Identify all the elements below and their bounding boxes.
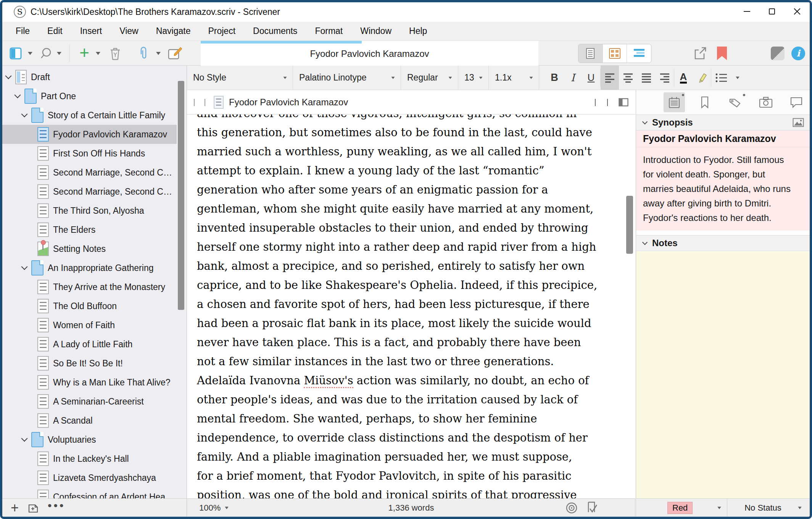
tab-comments[interactable] bbox=[786, 92, 807, 112]
menu-project[interactable]: Project bbox=[199, 22, 244, 40]
tab-bookmarks[interactable] bbox=[694, 92, 715, 112]
maximize-button[interactable] bbox=[759, 2, 785, 21]
split-editor-button[interactable] bbox=[619, 98, 628, 106]
chevron-down-icon[interactable] bbox=[5, 73, 12, 79]
document-progress-button[interactable] bbox=[586, 501, 599, 515]
binder-item-lizaveta[interactable]: Lizaveta Smerdyashchaya bbox=[2, 468, 177, 487]
menu-file[interactable]: File bbox=[7, 22, 39, 40]
tab-metadata[interactable] bbox=[725, 92, 746, 112]
editor-body[interactable]: and moreover one of those vigorous, inte… bbox=[187, 114, 635, 498]
binder-dropdown-caret[interactable] bbox=[26, 41, 34, 66]
forward-button[interactable] bbox=[205, 99, 205, 106]
menu-insert[interactable]: Insert bbox=[71, 22, 111, 40]
add-item-button[interactable]: + bbox=[76, 41, 93, 66]
notes-section-header[interactable]: Notes bbox=[636, 235, 810, 251]
previous-document-button[interactable] bbox=[595, 99, 596, 106]
binder-item-second-marriage-2[interactable]: Second Marriage, Second C… bbox=[2, 182, 177, 201]
inspector-toggle-button[interactable]: i bbox=[789, 41, 807, 66]
font-size-dropdown[interactable]: 13 bbox=[458, 66, 489, 90]
font-variant-dropdown[interactable]: Regular bbox=[401, 66, 458, 90]
list-button[interactable] bbox=[711, 66, 732, 90]
chevron-down-icon[interactable] bbox=[798, 507, 802, 509]
binder-item-why-man-alive[interactable]: Why is a Man Like That Alive? bbox=[2, 373, 177, 392]
synopsis-text[interactable]: Introduction to Fyodor. Still famous for… bbox=[636, 147, 810, 230]
binder-item-lackeys-hall[interactable]: In the Lackey's Hall bbox=[2, 449, 177, 468]
tab-notes[interactable] bbox=[664, 92, 685, 112]
binder-item-second-marriage-1[interactable]: Second Marriage, Second C… bbox=[2, 163, 177, 182]
synopsis-image-button[interactable] bbox=[793, 118, 804, 127]
add-document-button[interactable]: + bbox=[11, 502, 19, 514]
bold-button[interactable]: B bbox=[545, 66, 564, 90]
binder-item-elders[interactable]: The Elders bbox=[2, 220, 177, 239]
menu-edit[interactable]: Edit bbox=[39, 22, 71, 40]
menu-view[interactable]: View bbox=[111, 22, 147, 40]
bookmark-button[interactable] bbox=[714, 41, 730, 66]
synopsis-section-header[interactable]: Synopsis bbox=[636, 114, 810, 131]
binder-more-button[interactable]: ••• bbox=[48, 506, 66, 509]
binder-item-scandal[interactable]: A Scandal bbox=[2, 411, 177, 430]
add-folder-button[interactable] bbox=[27, 502, 39, 514]
document-view-button[interactable] bbox=[578, 44, 603, 63]
binder-item-old-buffoon[interactable]: The Old Buffoon bbox=[2, 297, 177, 316]
status-dropdown[interactable]: No Status bbox=[739, 499, 787, 517]
synopsis-title[interactable]: Fyodor Pavlovich Karamazov bbox=[636, 131, 810, 147]
chevron-down-icon[interactable] bbox=[14, 92, 21, 98]
text-color-button[interactable]: A bbox=[674, 66, 693, 90]
add-dropdown-caret[interactable] bbox=[94, 41, 102, 66]
binder-item-voluptuaries[interactable]: Voluptuaries bbox=[2, 430, 177, 449]
binder-item-third-son[interactable]: The Third Son, Alyosha bbox=[2, 201, 177, 220]
chevron-down-icon[interactable] bbox=[21, 264, 28, 270]
binder-item-confession[interactable]: Confession of an Ardent Hea bbox=[2, 487, 177, 498]
binder-item-setting-notes[interactable]: Setting Notes bbox=[2, 239, 177, 258]
minimize-button[interactable] bbox=[734, 2, 759, 21]
binder-item-fyodor-selected[interactable]: Fyodor Pavlovich Karamazov bbox=[2, 125, 177, 144]
italic-button[interactable]: I bbox=[564, 66, 582, 90]
compose-button[interactable] bbox=[166, 41, 185, 66]
binder-item-seminarian[interactable]: A Seminarian-Careerist bbox=[2, 392, 177, 411]
highlight-button[interactable] bbox=[693, 66, 711, 90]
close-button[interactable] bbox=[785, 2, 810, 21]
chevron-down-icon[interactable] bbox=[21, 111, 28, 118]
notes-text-area[interactable] bbox=[636, 251, 810, 498]
search-button[interactable] bbox=[37, 41, 55, 66]
menu-format[interactable]: Format bbox=[306, 22, 351, 40]
menu-window[interactable]: Window bbox=[351, 22, 400, 40]
binder-item-part-one[interactable]: Part One bbox=[2, 87, 177, 106]
chevron-down-icon[interactable] bbox=[21, 435, 28, 442]
binder-item-arrive-monastery[interactable]: They Arrive at the Monastery bbox=[2, 277, 177, 297]
editor-scrollbar[interactable] bbox=[626, 196, 633, 254]
menu-help[interactable]: Help bbox=[400, 22, 436, 40]
style-dropdown[interactable]: No Style bbox=[187, 66, 293, 90]
back-button[interactable] bbox=[194, 99, 195, 106]
trash-button[interactable] bbox=[106, 41, 124, 66]
document-tab[interactable]: Fyodor Pavlovich Karamazov bbox=[201, 41, 538, 66]
binder-item-so-be-it[interactable]: So Be It! So Be It! bbox=[2, 354, 177, 373]
binder-item-inappropriate-gathering[interactable]: An Inappropriate Gathering bbox=[2, 258, 177, 277]
binder-scrollbar[interactable] bbox=[178, 81, 184, 310]
binder-item-women-of-faith[interactable]: Women of Faith bbox=[2, 316, 177, 335]
composition-mode-button[interactable] bbox=[768, 41, 787, 66]
binder-item-first-son[interactable]: First Son Off His Hands bbox=[2, 144, 177, 163]
menu-documents[interactable]: Documents bbox=[244, 22, 306, 40]
chevron-down-icon[interactable] bbox=[717, 507, 721, 509]
align-left-button[interactable] bbox=[601, 66, 619, 90]
binder-item-lady-little-faith[interactable]: A Lady of Little Faith bbox=[2, 335, 177, 354]
binder-item-draft[interactable]: Draft bbox=[2, 68, 177, 87]
attach-dropdown-caret[interactable] bbox=[154, 41, 163, 66]
underline-button[interactable]: U bbox=[582, 66, 600, 90]
list-dropdown-caret[interactable] bbox=[732, 66, 743, 90]
justify-button[interactable] bbox=[637, 66, 656, 90]
search-dropdown-caret[interactable] bbox=[55, 41, 63, 66]
line-spacing-dropdown[interactable]: 1.1x bbox=[489, 66, 539, 90]
corkboard-view-button[interactable] bbox=[603, 44, 627, 63]
attach-button[interactable] bbox=[134, 41, 153, 66]
binder-toggle-button[interactable] bbox=[8, 41, 25, 66]
align-center-button[interactable] bbox=[619, 66, 637, 90]
font-dropdown[interactable]: Palatino Linotype bbox=[293, 66, 401, 90]
label-dropdown-chip[interactable]: Red bbox=[667, 502, 693, 514]
writing-target-button[interactable] bbox=[565, 501, 578, 514]
menu-navigate[interactable]: Navigate bbox=[147, 22, 200, 40]
share-button[interactable] bbox=[691, 41, 710, 66]
tab-snapshots[interactable] bbox=[755, 92, 777, 112]
outline-view-button[interactable] bbox=[627, 44, 651, 63]
